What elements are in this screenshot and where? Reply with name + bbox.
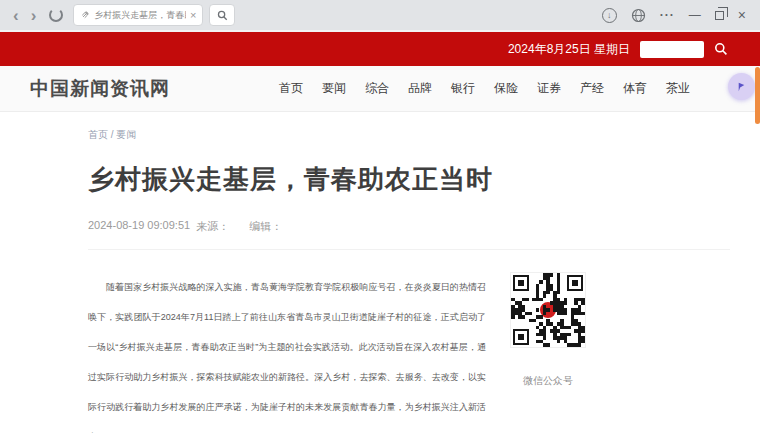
nav-item-general[interactable]: 综合 — [365, 80, 389, 97]
article-date: 2024-08-19 09:09:51 — [88, 219, 190, 234]
refresh-icon[interactable] — [49, 8, 63, 22]
nav-item-insurance[interactable]: 保险 — [494, 80, 518, 97]
meta-divider — [88, 249, 730, 250]
article-page: 首页 / 要闻 乡村振兴走基层，青春助农正当时 2024-08-19 09:09… — [0, 112, 760, 433]
breadcrumb: 首页 / 要闻 — [88, 128, 730, 142]
back-icon[interactable]: ‹ — [10, 7, 22, 24]
restore-window-icon[interactable] — [715, 11, 724, 20]
banner-search-input[interactable] — [640, 41, 704, 58]
window-controls: ↓ ··· — × — [602, 7, 750, 23]
nav-item-bank[interactable]: 银行 — [451, 80, 475, 97]
cursor-flag-icon — [735, 80, 748, 93]
tab-search-button[interactable] — [209, 4, 235, 26]
nav-item-industry[interactable]: 产经 — [580, 80, 604, 97]
search-icon — [217, 10, 228, 21]
browser-tab[interactable]: 乡村振兴走基层，青春助农正... × — [73, 4, 203, 26]
tab-close-icon[interactable]: × — [190, 9, 196, 21]
nav-item-securities[interactable]: 证券 — [537, 80, 561, 97]
article-row: 随着国家乡村振兴战略的深入实施，青岛黄海学院教育学院积极响应号召，在炎炎夏日的热… — [88, 272, 730, 433]
breadcrumb-section[interactable]: 要闻 — [116, 129, 136, 140]
article-meta: 2024-08-19 09:09:51 来源： 编辑： — [88, 219, 730, 234]
scrollbar-thumb[interactable] — [755, 67, 760, 124]
main-nav: 首页 要闻 综合 品牌 银行 保险 证券 产经 体育 茶业 — [279, 80, 690, 97]
qr-column: 微信公众号 — [502, 272, 594, 388]
article-source-label: 来源： — [196, 219, 229, 234]
top-banner: 2024年8月25日 星期日 — [0, 30, 760, 66]
site-header: 中国新闻资讯网 首页 要闻 综合 品牌 银行 保险 证券 产经 体育 茶业 — [0, 66, 760, 112]
browser-chrome: ‹ › 乡村振兴走基层，青春助农正... × ↓ ··· — × — [0, 0, 760, 30]
qr-finder-bottomleft — [513, 329, 529, 345]
globe-icon[interactable] — [631, 8, 646, 23]
minimize-icon[interactable]: — — [689, 8, 701, 22]
nav-item-brand[interactable]: 品牌 — [408, 80, 432, 97]
banner-search-icon[interactable] — [714, 42, 728, 56]
article-title: 乡村振兴走基层，青春助农正当时 — [88, 162, 730, 197]
nav-item-sports[interactable]: 体育 — [623, 80, 647, 97]
forward-icon[interactable]: › — [28, 7, 40, 24]
link-icon — [80, 10, 90, 20]
download-icon[interactable]: ↓ — [602, 8, 617, 23]
qr-finder-topleft — [513, 275, 529, 291]
qrcode-image — [510, 272, 586, 348]
site-logo[interactable]: 中国新闻资讯网 — [30, 76, 170, 102]
qr-caption: 微信公众号 — [523, 374, 573, 388]
nav-item-home[interactable]: 首页 — [279, 80, 303, 97]
floating-widget[interactable] — [728, 73, 755, 100]
breadcrumb-home[interactable]: 首页 — [88, 129, 108, 140]
tab-title: 乡村振兴走基层，青春助农正... — [94, 9, 186, 22]
close-window-icon[interactable]: × — [738, 7, 746, 23]
nav-item-tea[interactable]: 茶业 — [666, 80, 690, 97]
article-body: 随着国家乡村振兴战略的深入实施，青岛黄海学院教育学院积极响应号召，在炎炎夏日的热… — [88, 272, 486, 433]
qr-finder-topright — [567, 275, 583, 291]
banner-date: 2024年8月25日 星期日 — [508, 41, 630, 58]
menu-ellipsis-icon[interactable]: ··· — [660, 8, 675, 22]
nav-item-news[interactable]: 要闻 — [322, 80, 346, 97]
article-editor-label: 编辑： — [249, 219, 282, 234]
